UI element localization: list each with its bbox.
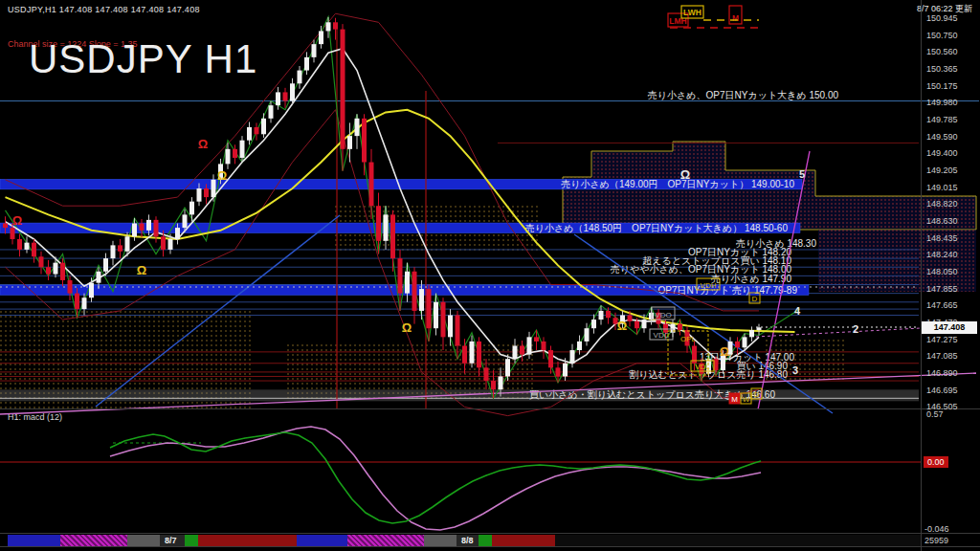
bottom-border [0, 546, 980, 547]
price-axis-separator [921, 0, 922, 551]
omega-marker: Ω [402, 320, 412, 335]
price-axis-tick: 150.175 [926, 81, 958, 91]
price-axis-tick: 150.365 [926, 64, 958, 74]
omega-marker: Ω [217, 168, 227, 183]
candle-bull [54, 263, 58, 275]
price-axis-tick: 148.050 [926, 267, 958, 276]
candle-bull [563, 364, 568, 377]
candle-bear [17, 239, 22, 250]
level-annotation: 売り小さめ、OP7日NYカット大きめ 150.00 [648, 90, 839, 100]
candle-bear [606, 311, 611, 318]
omega-marker: Ω [198, 137, 208, 151]
price-axis-tick: 147.855 [926, 284, 958, 294]
candle-bull [448, 315, 453, 337]
candle-bear [441, 302, 446, 338]
candle-bull [132, 224, 137, 237]
candle-bull [226, 149, 231, 165]
candle-bear [412, 272, 417, 311]
macd-extra-value: 25959 [924, 536, 948, 545]
candle-bull [97, 272, 101, 283]
price-axis-tick: 148.630 [926, 216, 958, 226]
macd-scale-max: 0.57 [926, 409, 944, 419]
band-annotation: OP7日NYカット 売り 147.79-89 [658, 285, 798, 296]
opl-zone-label: OPL [680, 335, 697, 343]
tag-box-label: D [754, 390, 760, 399]
candle-bear [32, 243, 36, 257]
time-axis-separator [0, 533, 980, 534]
candle-bull [82, 298, 87, 309]
candle-bull [326, 22, 331, 31]
session-segment [297, 535, 347, 546]
candle-bull [319, 31, 323, 44]
candle-bull [757, 327, 762, 330]
candle-bull [749, 330, 754, 337]
candle-bull [261, 119, 266, 134]
candle-bull [189, 202, 194, 215]
candle-bull [276, 92, 280, 105]
omega-marker: Ω [617, 319, 627, 333]
candle-bull [111, 245, 116, 258]
candle-bear [484, 367, 489, 381]
candle-bear [462, 345, 467, 363]
band-annotation: 売り小さめ（148.50円 OP7日NYカット大きめ） 148.50-60 [525, 223, 789, 233]
price-axis-tick: 147.085 [926, 351, 958, 361]
omega-marker: Ω [137, 263, 146, 277]
trading-terminal-window: 売り小さめ、OP7日NYカット大きめ 150.00売り小さめ 148.30OP7… [0, 0, 980, 551]
candle-bear [39, 256, 44, 267]
candle-bear [635, 321, 639, 328]
candle-bear [390, 214, 395, 258]
candle-bear [161, 236, 166, 250]
price-axis-tick: 148.435 [926, 233, 958, 243]
candle-bull [290, 83, 295, 100]
candle-bear [678, 324, 682, 330]
candle-bear [46, 267, 51, 274]
tag-box-label: M [731, 395, 738, 404]
candle-bull [347, 136, 352, 149]
candle-bear [3, 224, 8, 229]
tag-box-label: VDO [655, 311, 671, 320]
candle-bear [398, 258, 403, 294]
candle-bear [520, 345, 524, 354]
session-segment [198, 535, 297, 546]
candle-bear [333, 22, 338, 29]
candle-bear [735, 342, 740, 347]
candle-bull [743, 337, 747, 347]
price-axis-tick: 150.750 [926, 31, 958, 40]
price-axis-tick: 148.240 [926, 250, 958, 259]
candle-bear [75, 294, 79, 309]
candle-bull [240, 141, 245, 158]
price-axis-tick: 146.695 [926, 386, 958, 395]
session-segment [8, 535, 60, 546]
candle-bull [183, 214, 188, 228]
candle-bull [419, 289, 424, 311]
legend-box-label: M [732, 13, 739, 23]
price-chart-canvas[interactable]: 売り小さめ、OP7日NYカット大きめ 150.00売り小さめ 148.30OP7… [0, 0, 980, 551]
candle-bull [25, 243, 30, 250]
candle-bear [11, 228, 15, 239]
candle-bull [103, 258, 108, 272]
current-price-badge: 147.408 [922, 321, 977, 334]
candle-bull [175, 228, 180, 239]
candle-bear [255, 127, 259, 134]
wave-count-marker: 4 [794, 305, 801, 317]
candle-bear [154, 220, 159, 236]
candle-bear [369, 163, 374, 207]
price-axis-tick: 149.980 [926, 98, 958, 107]
band-annotation: 売り小さめ（149.00円 OP7日NYカット） 149.00-10 [561, 179, 794, 189]
candle-bear [477, 342, 481, 367]
macd-current-value: -0.046 [924, 524, 949, 534]
candle-bear [556, 367, 561, 376]
price-axis-tick: 149.590 [926, 132, 958, 142]
candle-bull [599, 311, 604, 320]
candle-bull [642, 320, 647, 328]
date-label: 8/7 [165, 536, 177, 545]
candle-bull [405, 272, 410, 294]
candle-bear [427, 289, 432, 328]
symbol-ohlc-readout: USDJPY,H1 147.408 147.408 147.408 147.40… [8, 5, 200, 14]
candle-bull [513, 345, 518, 359]
macd-window-separator[interactable] [0, 408, 980, 409]
candle-bull [197, 188, 202, 202]
candle-bull [247, 127, 252, 141]
candle-bear [341, 30, 345, 149]
candle-bull [355, 119, 360, 136]
